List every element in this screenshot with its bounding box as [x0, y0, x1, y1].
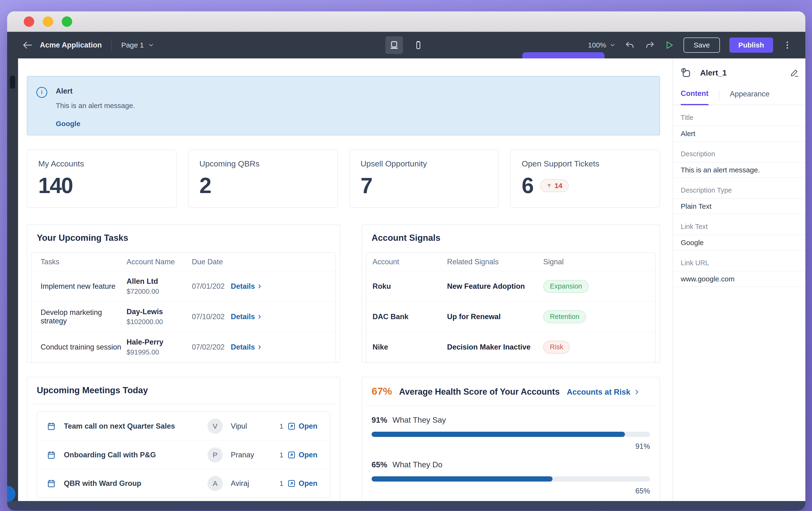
- section-title: Upcoming Meetings Today: [37, 386, 336, 395]
- rename-widget-button[interactable]: [790, 68, 799, 78]
- account-cell: Roku: [366, 282, 447, 291]
- laptop-icon: [389, 40, 399, 50]
- property-inspector: Alert_1 Content Appearance Title Alert D…: [673, 58, 805, 501]
- more-options-button[interactable]: [783, 40, 792, 50]
- stat-value: 140: [38, 173, 72, 198]
- desktop: Acme Application Page 1 100%: [0, 0, 812, 511]
- metric-percent-right: 91%: [372, 442, 650, 451]
- tasks-table: Tasks Account Name Due Date Implement ne…: [31, 252, 336, 362]
- back-button[interactable]: [22, 40, 33, 50]
- signal-desc-cell: Decision Maker Inactive: [447, 343, 543, 351]
- upcoming-tasks-card: Your Upcoming Tasks Tasks Account Name D…: [27, 224, 340, 363]
- account-signals-card: Account Signals Account Related Signals …: [361, 224, 660, 363]
- minimize-window-button[interactable]: [43, 17, 53, 27]
- calendar-icon: [47, 479, 56, 488]
- editor-toolbar: Acme Application Page 1 100%: [7, 32, 805, 58]
- link-url-input[interactable]: www.google.com: [673, 271, 805, 287]
- due-date-cell: 07/10/202: [192, 312, 228, 321]
- chevron-right-icon: [634, 389, 640, 395]
- redo-button[interactable]: [645, 40, 655, 50]
- link-text-input[interactable]: Google: [673, 235, 805, 251]
- zoom-selector[interactable]: 100%: [588, 41, 616, 49]
- desktop-view-button[interactable]: [385, 36, 403, 54]
- field-description: Description This is an alert message.: [673, 150, 805, 178]
- stat-title: My Accounts: [38, 159, 176, 168]
- open-meeting-link[interactable]: Open: [299, 479, 317, 488]
- field-label: Title: [681, 114, 805, 121]
- health-score-value: 67%: [372, 386, 392, 397]
- account-cell: Hale-Perry $91995.00: [126, 338, 192, 356]
- progress-bar: [372, 476, 650, 482]
- column-header: Signal: [543, 258, 655, 266]
- description-type-select[interactable]: Plain Text: [673, 199, 805, 214]
- external-link-icon: [287, 479, 296, 488]
- increase-badge: 14: [540, 179, 569, 192]
- alert-banner-widget[interactable]: Alert This is an alert message. Google: [27, 76, 660, 135]
- back-arrow-icon: [22, 40, 33, 50]
- accounts-at-risk-link[interactable]: Accounts at Risk: [567, 388, 640, 397]
- divider: [366, 405, 656, 406]
- details-link[interactable]: Details: [231, 312, 262, 321]
- field-label: Link URL: [681, 259, 805, 267]
- zoom-window-button[interactable]: [62, 17, 72, 27]
- alert-link[interactable]: Google: [56, 120, 135, 128]
- left-panel-collapsed: [7, 58, 18, 501]
- undo-button[interactable]: [625, 40, 635, 50]
- page-selector-label: Page 1: [121, 41, 144, 49]
- chevron-down-icon: [609, 42, 616, 48]
- stat-cards-row: My Accounts 140 Upcoming QBRs 2 Upsell O…: [27, 150, 660, 208]
- alert-title: Alert: [56, 87, 135, 95]
- avatar: V: [207, 419, 223, 434]
- stat-card-upsell-opportunity: Upsell Opportunity 7: [349, 150, 499, 208]
- tab-content[interactable]: Content: [681, 89, 708, 105]
- zoom-level: 100%: [588, 41, 606, 49]
- progress-fill: [372, 432, 625, 437]
- open-meeting-link[interactable]: Open: [299, 422, 317, 430]
- save-button[interactable]: Save: [684, 37, 720, 53]
- window-statusbar: [7, 501, 805, 511]
- health-metric: 65% What They Do 65%: [366, 460, 656, 495]
- table-row: Conduct training session Hale-Perry $919…: [32, 332, 336, 362]
- stat-value: 6: [522, 173, 533, 198]
- meeting-person: Aviraj: [231, 479, 280, 488]
- toolbar-left: Acme Application Page 1: [7, 40, 154, 51]
- field-description-type: Description Type Plain Text: [673, 187, 805, 214]
- arrow-up-icon: [546, 183, 552, 189]
- inspector-header: Alert_1: [673, 58, 805, 78]
- progress-bar: [372, 432, 650, 437]
- stat-title: Upcoming QBRs: [199, 159, 338, 168]
- mobile-view-button[interactable]: [410, 36, 427, 54]
- table-row: Implement new feature Allen Ltd $72000.0…: [32, 271, 336, 301]
- play-icon: [664, 40, 674, 50]
- panel-drag-handle[interactable]: [10, 76, 15, 89]
- signal-desc-cell: New Feature Adoption: [447, 282, 543, 291]
- toolbar-divider: [111, 40, 112, 51]
- metric-percent-right: 65%: [372, 487, 650, 495]
- chevron-down-icon: [148, 42, 154, 49]
- table-row: Roku New Feature Adoption Expansion: [366, 271, 655, 301]
- account-cell: Day-Lewis $102000.00: [126, 308, 192, 326]
- description-input[interactable]: This is an alert message.: [673, 162, 805, 178]
- field-label: Link Text: [681, 223, 805, 231]
- details-link[interactable]: Details: [231, 282, 262, 291]
- table-row: Nike Decision Maker Inactive Risk: [366, 332, 655, 362]
- field-label: Description Type: [681, 187, 805, 194]
- health-score-card: 67% Average Health Score of Your Account…: [361, 377, 660, 501]
- title-input[interactable]: Alert: [673, 126, 805, 142]
- open-meeting-link[interactable]: Open: [299, 451, 317, 459]
- publish-button[interactable]: Publish: [729, 37, 773, 53]
- signal-badge: Expansion: [543, 280, 588, 293]
- close-window-button[interactable]: [24, 17, 34, 27]
- meetings-list: Team call on next Quarter Sales V Vipul …: [37, 411, 330, 498]
- meeting-name: Onboarding Call with P&G: [64, 451, 207, 459]
- calendar-icon: [47, 422, 56, 431]
- meeting-person: Vipul: [231, 422, 280, 430]
- due-date-cell: 07/01/202: [192, 282, 228, 291]
- tab-appearance[interactable]: Appearance: [730, 90, 770, 105]
- section-title: Your Upcoming Tasks: [37, 233, 336, 243]
- details-link[interactable]: Details: [231, 343, 262, 351]
- run-button[interactable]: [664, 40, 674, 50]
- stat-card-my-accounts: My Accounts 140: [27, 150, 177, 208]
- page-selector[interactable]: Page 1: [121, 41, 154, 49]
- app-window: Acme Application Page 1 100%: [7, 11, 805, 511]
